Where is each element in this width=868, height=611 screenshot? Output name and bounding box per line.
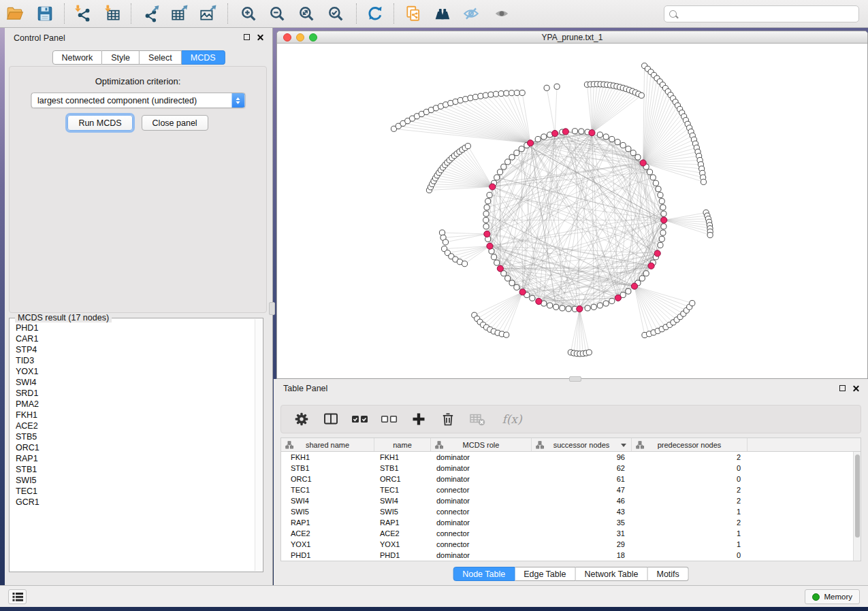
table-panel-title: Table Panel <box>283 384 327 393</box>
task-history-button[interactable] <box>8 589 27 604</box>
table-row[interactable]: ACE2ACE2connector311 <box>281 528 861 539</box>
export-network-button[interactable] <box>140 2 163 25</box>
table-cell: 62 <box>532 463 632 474</box>
tab-network[interactable]: Network <box>52 50 102 65</box>
column-header-MCDS-role[interactable]: MCDS role <box>431 438 532 451</box>
mcds-result-item[interactable]: YOX1 <box>11 366 254 377</box>
table-cell: SWI4 <box>281 495 374 506</box>
export-table-button[interactable] <box>167 2 191 25</box>
mcds-result-item[interactable]: PMA2 <box>11 399 254 410</box>
mcds-list-scrollbar[interactable] <box>255 319 262 571</box>
vertical-splitter[interactable] <box>269 302 275 315</box>
tab-mcds[interactable]: MCDS <box>182 50 225 65</box>
tab-style[interactable]: Style <box>102 50 140 65</box>
select-all-columns-button[interactable] <box>351 410 369 428</box>
search-field[interactable] <box>664 5 859 22</box>
network-canvas[interactable] <box>277 44 867 378</box>
table-cell: dominator <box>431 495 532 506</box>
table-cell: 46 <box>532 495 632 506</box>
toolbar-separator <box>64 3 65 24</box>
delete-table-button[interactable] <box>468 410 486 428</box>
table-row[interactable]: RAP1RAP1dominator352 <box>281 517 861 528</box>
float-panel-icon[interactable] <box>244 34 250 40</box>
export-image-button[interactable] <box>196 2 219 25</box>
tab-network-table[interactable]: Network Table <box>576 567 648 581</box>
hide-selected-button[interactable] <box>460 2 483 25</box>
column-header-name[interactable]: name <box>374 438 431 451</box>
mcds-result-item[interactable]: STP4 <box>11 344 254 355</box>
delete-table-icon <box>468 411 486 427</box>
network-graph[interactable] <box>277 44 867 378</box>
memory-button[interactable]: Memory <box>805 589 860 604</box>
table-row[interactable]: SWI5SWI5connector431 <box>281 506 861 517</box>
zoom-fit-button[interactable] <box>295 2 318 25</box>
table-row[interactable]: YOX1YOX1connector291 <box>281 539 861 550</box>
mcds-result-item[interactable]: RAP1 <box>11 453 254 464</box>
mcds-result-item[interactable]: SWI4 <box>11 377 254 388</box>
show-all-button[interactable] <box>490 2 513 25</box>
table-cell: 31 <box>532 528 632 539</box>
zoom-selected-button[interactable] <box>324 2 347 25</box>
select-all-icon <box>351 411 369 427</box>
function-builder-button[interactable]: f(x) <box>498 410 526 428</box>
run-mcds-button[interactable]: Run MCDS <box>67 115 132 131</box>
optimization-criterion-select[interactable]: largest connected component (undirected) <box>31 93 245 108</box>
node-table-body: FKH1FKH1dominator962STB1STB1dominator620… <box>281 452 861 561</box>
save-icon <box>36 5 54 22</box>
mcds-result-item[interactable]: ORC1 <box>11 442 254 453</box>
refresh-view-button[interactable] <box>364 2 387 25</box>
table-cell: SWI4 <box>374 495 431 506</box>
tab-motifs[interactable]: Motifs <box>647 567 688 581</box>
mcds-result-item[interactable]: SRD1 <box>11 388 254 399</box>
table-row[interactable]: ORC1ORC1dominator610 <box>281 474 861 484</box>
mcds-result-item[interactable]: SWI5 <box>11 475 254 486</box>
close-table-panel-icon[interactable] <box>852 384 860 392</box>
mcds-result-item[interactable]: FKH1 <box>11 410 254 420</box>
close-panel-icon[interactable] <box>257 33 264 41</box>
import-table-button[interactable] <box>101 2 125 25</box>
column-header-successor-nodes[interactable]: successor nodes <box>532 438 632 451</box>
table-scrollbar-thumb[interactable] <box>855 455 860 538</box>
table-cell: connector <box>431 506 532 517</box>
float-table-panel-icon[interactable] <box>839 385 846 391</box>
mcds-result-item[interactable]: TID3 <box>11 355 254 366</box>
mcds-result-item[interactable]: ACE2 <box>11 420 254 431</box>
column-layout-button[interactable] <box>322 410 340 428</box>
save-session-button[interactable] <box>33 2 57 25</box>
mcds-result-item[interactable]: GCR1 <box>11 497 254 508</box>
mcds-result-item[interactable]: STB5 <box>11 431 254 442</box>
table-row[interactable]: FKH1FKH1dominator962 <box>281 452 861 463</box>
mcds-result-item[interactable]: STB1 <box>11 464 254 475</box>
tab-select[interactable]: Select <box>140 50 182 65</box>
table-scrollbar[interactable] <box>853 452 861 561</box>
zoom-out-button[interactable] <box>266 2 289 25</box>
first-neighbors-button[interactable] <box>431 2 454 25</box>
mcds-result-item[interactable]: PHD1 <box>11 323 254 333</box>
tab-node-table[interactable]: Node Table <box>453 567 515 581</box>
close-panel-button[interactable]: Close panel <box>142 115 208 131</box>
export-network-icon <box>142 5 160 22</box>
horizontal-splitter[interactable] <box>569 376 581 382</box>
zoom-in-button[interactable] <box>237 2 260 25</box>
add-column-button[interactable] <box>410 410 428 428</box>
deselect-all-columns-button[interactable] <box>381 410 398 428</box>
tab-edge-table[interactable]: Edge Table <box>515 567 575 581</box>
table-row[interactable]: PHD1PHD1dominator180 <box>281 550 861 561</box>
column-header-predecessor-nodes[interactable]: predecessor nodes <box>632 438 748 451</box>
delete-column-button[interactable] <box>439 410 457 428</box>
zoom-out-icon <box>268 5 286 22</box>
search-input[interactable] <box>681 7 854 21</box>
table-settings-button[interactable] <box>293 410 310 428</box>
mcds-result-item[interactable]: TEC1 <box>11 486 254 497</box>
clone-network-button[interactable] <box>402 2 425 25</box>
open-folder-button[interactable] <box>3 2 27 25</box>
search-icon <box>669 10 677 18</box>
table-row[interactable]: TEC1TEC1connector472 <box>281 484 861 495</box>
table-cell: dominator <box>431 452 532 463</box>
import-network-button[interactable] <box>71 2 95 25</box>
table-row[interactable]: STB1STB1dominator620 <box>281 463 861 474</box>
column-header-shared-name[interactable]: shared name <box>281 438 374 451</box>
mcds-result-item[interactable]: CAR1 <box>11 333 254 344</box>
table-cell: 43 <box>532 506 632 517</box>
table-row[interactable]: SWI4SWI4dominator462 <box>281 495 861 506</box>
